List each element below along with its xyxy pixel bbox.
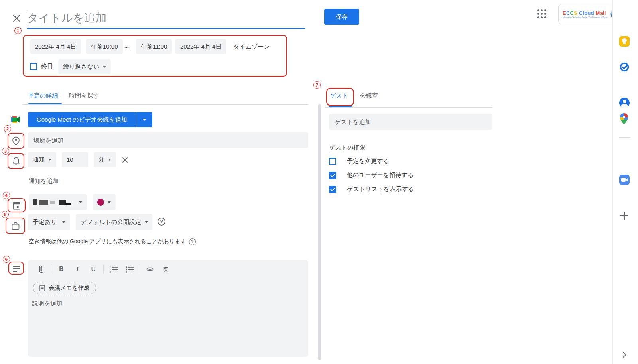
brand-word-mail: Mail xyxy=(595,10,606,16)
text-cursor xyxy=(28,10,28,25)
brand-title: ECCS Cloud Mail xyxy=(563,10,607,16)
attach-file-icon[interactable] xyxy=(35,264,47,275)
close-icon xyxy=(13,14,20,22)
google-maps-icon[interactable] xyxy=(619,113,630,123)
svg-text:3: 3 xyxy=(110,271,111,273)
brand-letter: C xyxy=(570,10,574,16)
guest-permissions-title: ゲストの権限 xyxy=(329,144,365,152)
annotation-7: 7 xyxy=(313,81,321,89)
event-color-dropdown[interactable] xyxy=(93,194,116,210)
annotation-1: 1 xyxy=(14,27,22,34)
notification-unit-label: 分 xyxy=(98,156,104,163)
end-date-button[interactable]: 2022年 4月 4日 xyxy=(175,39,226,54)
get-addons-plus-icon[interactable] xyxy=(619,211,630,221)
add-guests-input[interactable] xyxy=(329,114,492,130)
availability-note-text: 空き情報は他の Google アプリにも表示されることがあります xyxy=(29,238,186,245)
notification-minutes-input[interactable] xyxy=(62,152,88,167)
busy-status-dropdown[interactable]: 予定あり xyxy=(28,214,70,230)
end-time-label: 午前11:00 xyxy=(141,43,167,51)
google-keep-icon[interactable] xyxy=(619,36,630,47)
recurrence-dropdown[interactable]: 繰り返さない xyxy=(58,59,111,74)
chevron-down-icon xyxy=(79,201,82,203)
tab-event-details[interactable]: 予定の詳細 xyxy=(28,92,58,100)
busy-status-label: 予定あり xyxy=(33,218,57,226)
location-pin-icon xyxy=(11,136,21,146)
calendar-name-redacted xyxy=(33,199,71,205)
description-editor[interactable]: B I U 1 2 3 xyxy=(28,260,308,357)
end-date-label: 2022年 4月 4日 xyxy=(180,43,221,51)
description-lines-icon xyxy=(12,264,21,273)
google-tasks-icon[interactable] xyxy=(619,62,630,72)
permission-row: 予定を変更する xyxy=(329,157,389,165)
remove-notification-button[interactable] xyxy=(121,156,129,164)
brand-word-cloud: Cloud xyxy=(577,10,595,16)
numbered-list-icon[interactable]: 1 2 3 xyxy=(108,264,120,275)
annotation-3: 3 xyxy=(2,148,9,155)
description-placeholder[interactable]: 説明を追加 xyxy=(32,300,62,307)
event-title-field[interactable] xyxy=(27,8,305,29)
notification-minutes-field[interactable] xyxy=(62,152,88,167)
google-contacts-icon[interactable] xyxy=(619,98,630,108)
permission-row: 他のユーザーを招待する xyxy=(329,171,414,179)
video-conference-app-icon[interactable] xyxy=(619,175,630,185)
chevron-down-icon xyxy=(108,201,111,203)
google-apps-grid-icon[interactable] xyxy=(537,9,547,19)
create-meeting-notes-button[interactable]: 会議メモを作成 xyxy=(33,282,96,294)
calendar-icon xyxy=(12,201,21,210)
calendar-select-dropdown[interactable] xyxy=(29,194,87,210)
availability-help-icon[interactable]: ? xyxy=(189,238,196,245)
all-day-checkbox[interactable] xyxy=(30,63,37,70)
start-time-button[interactable]: 午前10:00 xyxy=(86,39,123,54)
italic-icon[interactable]: I xyxy=(71,264,83,275)
end-time-button[interactable]: 午前11:00 xyxy=(136,39,172,54)
close-icon xyxy=(122,157,128,163)
add-notification-button[interactable]: 通知を追加 xyxy=(29,177,59,185)
tabs-divider xyxy=(23,104,308,105)
clear-formatting-icon[interactable] xyxy=(160,264,172,275)
side-panel-divider xyxy=(619,137,630,138)
add-meet-conference-split-button: Google Meet のビデオ会議を追加 xyxy=(28,112,152,127)
start-date-button[interactable]: 2022年 4月 4日 xyxy=(30,39,81,54)
start-date-label: 2022年 4月 4日 xyxy=(35,43,76,51)
all-day-row: 終日 xyxy=(30,63,53,70)
tab-find-time[interactable]: 時間を探す xyxy=(69,92,99,100)
notification-type-label: 通知 xyxy=(33,156,45,163)
bulleted-list-icon[interactable] xyxy=(124,264,136,275)
bold-icon[interactable]: B xyxy=(55,264,67,275)
notification-unit-dropdown[interactable]: 分 xyxy=(94,152,116,167)
location-input[interactable] xyxy=(28,132,308,148)
notification-bell-icon xyxy=(11,156,21,166)
underline-icon[interactable]: U xyxy=(87,264,99,275)
collapse-panel-chevron-icon[interactable] xyxy=(620,351,628,360)
add-meet-conference-button[interactable]: Google Meet のビデオ会議を追加 xyxy=(28,112,136,127)
save-button[interactable]: 保存 xyxy=(324,9,359,25)
permission-label: 他のユーザーを招待する xyxy=(347,171,414,179)
permission-label: 予定を変更する xyxy=(347,157,389,165)
briefcase-icon xyxy=(11,221,20,231)
event-title-input[interactable] xyxy=(27,12,305,24)
annotation-4: 4 xyxy=(3,192,10,199)
modify-event-checkbox[interactable] xyxy=(329,158,336,165)
annotation-2: 2 xyxy=(4,125,11,132)
eccs-cloud-mail-logo: ECCS Cloud Mail Information Technology C… xyxy=(558,4,617,24)
see-guest-list-checkbox[interactable] xyxy=(329,186,336,193)
location-field[interactable] xyxy=(28,132,308,148)
timezone-button[interactable]: タイムゾーン xyxy=(233,43,270,51)
annotation-6: 6 xyxy=(3,256,10,263)
meet-options-dropdown[interactable] xyxy=(136,112,152,127)
visibility-dropdown[interactable]: デフォルトの公開設定 xyxy=(76,214,152,230)
visibility-help-button[interactable]: ? xyxy=(158,218,165,226)
annotation-5: 5 xyxy=(2,211,9,218)
left-panel-scrollbar[interactable] xyxy=(318,104,321,360)
add-guests-field[interactable] xyxy=(329,114,492,130)
tab-guests[interactable]: ゲスト xyxy=(330,92,348,100)
notification-type-dropdown[interactable]: 通知 xyxy=(28,152,56,167)
toolbar-divider xyxy=(103,264,104,274)
guests-tabs-divider xyxy=(325,107,492,108)
toolbar-divider xyxy=(51,264,51,274)
tab-rooms[interactable]: 会議室 xyxy=(360,92,378,100)
close-button[interactable] xyxy=(11,13,22,23)
event-edit-page: 保存 ECCS Cloud Mail Information Technolog… xyxy=(0,0,638,364)
insert-link-icon[interactable] xyxy=(144,264,156,275)
invite-others-checkbox[interactable] xyxy=(329,172,336,179)
